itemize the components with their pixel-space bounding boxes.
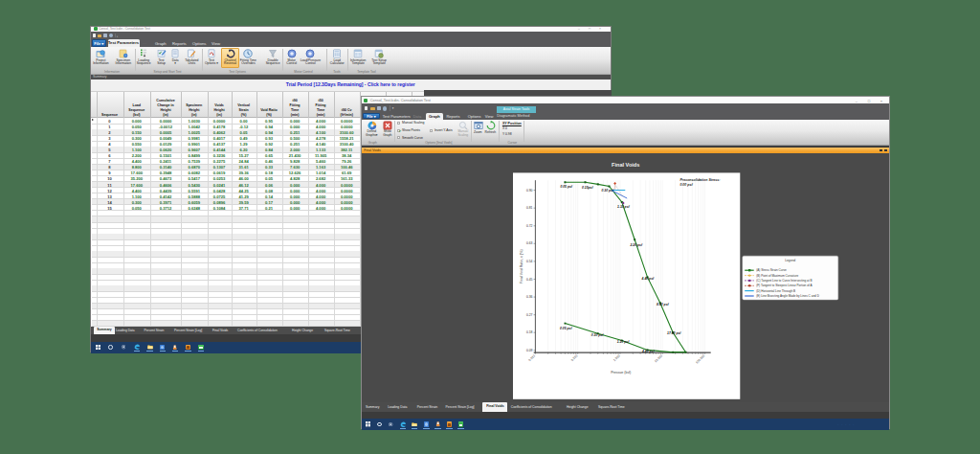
svg-text:Pressue (ksf): Pressue (ksf)	[611, 371, 631, 375]
svg-text:0.05 psf: 0.05 psf	[560, 326, 572, 329]
svg-text:0.54: 0.54	[526, 260, 533, 263]
svg-text:4.40 psf: 4.40 psf	[641, 350, 655, 353]
svg-text:(E) Line Bisecting Angle Made: (E) Line Bisecting Angle Made by Lines C…	[756, 294, 819, 298]
svg-text:0.63: 0.63	[526, 241, 533, 245]
svg-text:0.05 psf: 0.05 psf	[561, 185, 573, 189]
svg-text:(A) Stress Strain Curve: (A) Stress Strain Curve	[756, 268, 787, 272]
svg-text:0.09: 0.09	[526, 349, 533, 352]
svg-text:0.00 psf: 0.00 psf	[680, 182, 694, 186]
svg-text:0.27: 0.27	[526, 313, 533, 317]
svg-text:0.18: 0.18	[526, 330, 533, 334]
svg-text:(C) Tangent Line to Curve Inte: (C) Tangent Line to Curve Intersecting a…	[756, 279, 812, 283]
svg-text:0.15psf: 0.15psf	[582, 186, 594, 190]
svg-text:(D) Horizontal Line Through B: (D) Horizontal Line Through B	[756, 288, 795, 292]
svg-text:0.45: 0.45	[526, 277, 533, 281]
svg-text:0.30 psf: 0.30 psf	[602, 188, 614, 192]
svg-text:17.60 psf: 17.60 psf	[667, 331, 681, 335]
svg-text:8.80 psf: 8.80 psf	[657, 303, 669, 306]
svg-text:0.30 psf: 0.30 psf	[591, 333, 604, 337]
svg-text:0.72: 0.72	[526, 224, 533, 228]
svg-text:Legend: Legend	[786, 259, 796, 262]
svg-text:(B) Point of Maximum Curvature: (B) Point of Maximum Curvature	[756, 273, 798, 277]
svg-text:1.10 psf: 1.10 psf	[617, 205, 630, 209]
svg-text:Final Voids: Final Voids	[612, 162, 639, 168]
svg-text:0.36: 0.36	[526, 295, 533, 299]
svg-text:1.10 psf: 1.10 psf	[617, 340, 630, 344]
svg-text:2.20 psf: 2.20 psf	[630, 243, 643, 247]
svg-text:4.40 psf: 4.40 psf	[641, 277, 655, 281]
svg-text:(F) Tangent to Steepest Linear: (F) Tangent to Steepest Linear Portion o…	[756, 284, 813, 287]
svg-text:Final Void Ratio, e (%): Final Void Ratio, e (%)	[520, 249, 523, 284]
svg-text:0.81: 0.81	[526, 206, 533, 210]
svg-text:Preconsolidation Stress:: Preconsolidation Stress:	[680, 178, 722, 182]
svg-text:0.90: 0.90	[526, 189, 533, 193]
